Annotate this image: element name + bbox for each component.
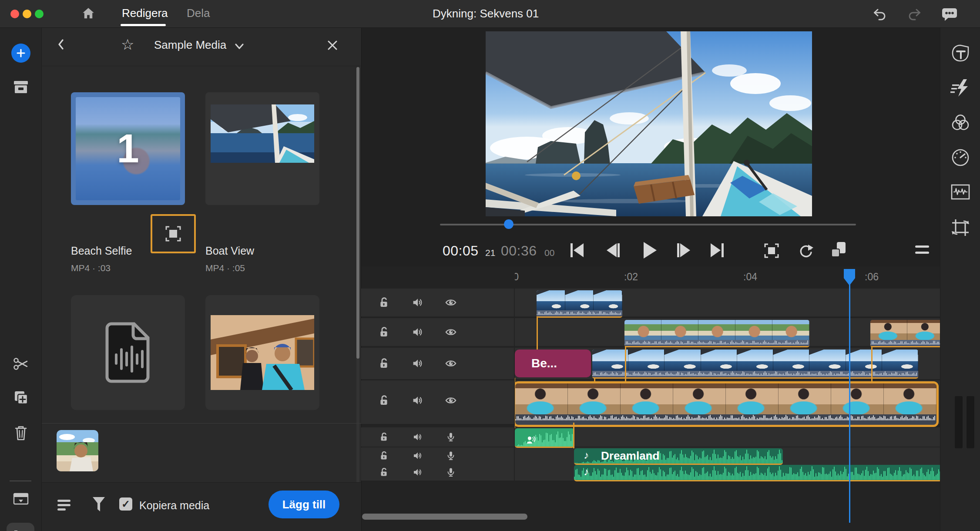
clip-audio-strip [870,340,940,345]
visibility-icon[interactable] [445,394,457,407]
media-browser-button[interactable] [0,78,41,95]
mic-icon[interactable] [446,467,456,477]
lock-icon[interactable] [378,326,390,338]
playback-quality-button[interactable] [829,240,848,259]
lock-icon[interactable] [378,357,390,370]
volume-icon[interactable] [412,450,423,461]
clip-music-2[interactable]: ♪ [574,465,940,481]
clip-music-dreamland[interactable]: ♪ Dreamland [574,448,783,465]
lock-icon[interactable] [379,450,389,461]
minimize-window-button[interactable] [23,10,31,18]
clip-boat-v3[interactable] [537,290,622,318]
volume-icon[interactable] [411,357,423,370]
media-item-boat-view[interactable] [205,92,319,205]
audio-file-icon [105,322,151,383]
media-item-beach-selfie[interactable]: 1 [71,92,185,205]
frame-back-button[interactable] [605,242,621,259]
lock-icon[interactable] [379,467,389,477]
audio-button[interactable] [940,183,980,201]
track-controls-button[interactable] [7,523,34,531]
volume-icon[interactable] [412,467,423,477]
duplicate-clip-button[interactable] [0,389,41,407]
expand-preview-button[interactable] [151,214,196,253]
playhead-line[interactable] [849,284,850,523]
transitions-button[interactable] [940,78,980,97]
undo-icon[interactable] [872,7,887,21]
timeline-menu-button[interactable] [914,245,930,256]
music-waveform [574,465,940,480]
media-panel-footer: ✓ Kopiera media Lägg till [42,482,361,531]
hide-timeline-button[interactable] [0,492,41,506]
lock-icon[interactable] [378,394,390,407]
play-button[interactable] [642,241,658,259]
home-icon[interactable] [81,6,96,21]
clip-boat-v1[interactable] [592,350,918,379]
preview-video[interactable] [486,31,812,216]
track-head-a3 [361,464,515,481]
favorite-star-icon[interactable]: ☆ [121,36,134,53]
clip-voiceover[interactable] [515,428,574,448]
track-head-main [361,380,515,424]
visibility-icon[interactable] [445,326,457,338]
collapse-panel-icon [12,492,30,506]
add-media-button[interactable] [0,44,41,63]
mic-icon[interactable] [446,450,456,461]
tab-redigera[interactable]: Redigera [122,7,168,20]
clip-link-line [537,316,538,350]
speed-button[interactable] [940,148,980,167]
plus-icon [16,48,26,58]
skip-to-end-button[interactable] [710,242,725,259]
queued-clip-thumbnail[interactable] [57,430,98,471]
trash-icon [12,424,30,442]
preview-scrubber-handle[interactable] [504,219,513,229]
volume-icon[interactable] [411,296,423,309]
clip-porch-v2[interactable] [870,320,940,347]
media-item-audio-file[interactable] [71,295,185,410]
graphics-button[interactable] [940,44,980,63]
visibility-icon[interactable] [445,357,457,370]
playhead-handle[interactable] [844,269,855,286]
fullscreen-button[interactable] [763,242,780,259]
volume-icon[interactable] [411,326,423,338]
redo-icon[interactable] [907,7,923,21]
color-button[interactable] [940,113,980,132]
media-item-label: Boat View [205,245,254,257]
close-window-button[interactable] [10,10,19,18]
volume-icon[interactable] [411,394,423,407]
copy-media-checkbox[interactable]: ✓ [119,497,132,511]
media-browser-icon [12,78,30,95]
crop-rotate-button[interactable] [940,218,980,238]
add-to-timeline-button[interactable]: Lägg till [268,491,339,518]
mic-icon[interactable] [446,432,456,442]
zoom-window-button[interactable] [35,10,44,18]
media-source-title[interactable]: Sample Media [154,38,226,52]
delete-button[interactable] [0,424,41,442]
chevron-down-icon[interactable] [234,43,245,50]
media-scrollbar-thumb[interactable] [356,67,359,359]
timeline-viewport[interactable]: :00 :02 :04 :06 Be... ♪ Dreamland [515,268,940,524]
split-clip-button[interactable] [0,355,41,373]
visibility-icon[interactable] [445,296,457,309]
preview-scrubber-track[interactable] [440,224,856,225]
sort-icon[interactable] [57,498,72,512]
clip-porch-selected[interactable] [515,381,939,427]
clip-title-be[interactable]: Be... [515,350,591,377]
skip-to-start-button[interactable] [569,242,584,259]
back-icon[interactable] [57,37,65,51]
clip-beach-v2[interactable] [624,320,809,347]
feedback-icon[interactable] [941,7,958,22]
clip-link-line [625,346,626,381]
lock-icon[interactable] [379,432,389,442]
clip-filmstrip [537,290,622,310]
media-item-porch-selfie[interactable] [205,295,319,410]
lock-icon[interactable] [378,296,390,309]
frame-forward-button[interactable] [676,242,691,259]
filter-icon[interactable] [92,497,105,513]
beach-mini-thumbnail [57,430,98,471]
volume-icon[interactable] [412,432,423,442]
timeline-hscrollbar[interactable] [362,514,527,520]
close-icon[interactable] [326,39,339,51]
music-note-icon: ♪ [584,450,589,460]
tab-dela[interactable]: Dela [187,7,210,20]
loop-button[interactable] [798,242,814,259]
